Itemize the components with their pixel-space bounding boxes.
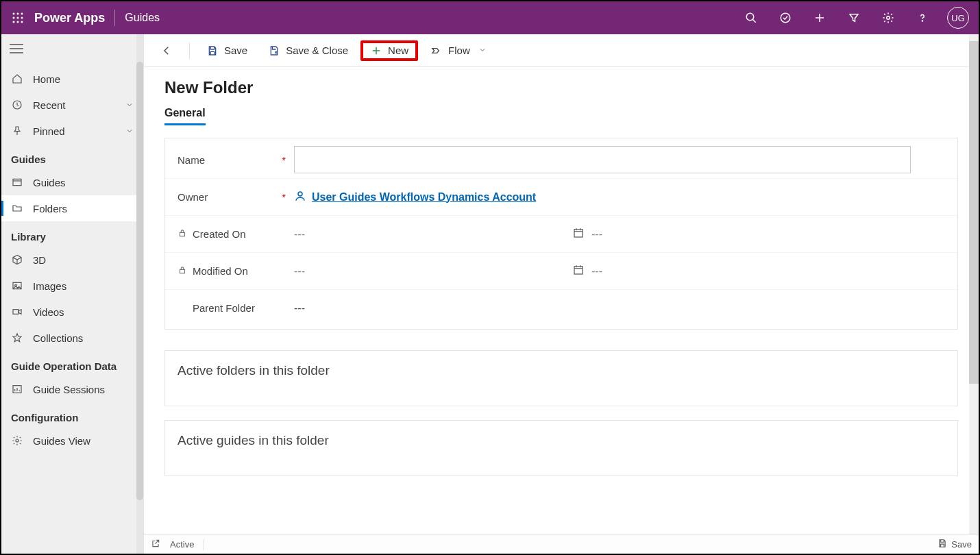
save-button[interactable]: Save (198, 40, 256, 61)
created-label: Created On (193, 228, 246, 240)
lock-icon (177, 265, 187, 277)
brand-label: Power Apps (34, 11, 105, 25)
new-button[interactable]: New (360, 40, 418, 61)
sidebar-item-images[interactable]: Images (1, 273, 143, 299)
search-icon[interactable] (742, 8, 761, 27)
waffle-icon[interactable] (8, 8, 27, 27)
statusbar-divider (204, 539, 204, 550)
svg-point-3 (13, 17, 15, 19)
task-check-icon[interactable] (776, 8, 795, 27)
sidebar-item-label: Guide Sessions (33, 384, 105, 395)
page-title: New Folder (164, 78, 958, 97)
owner-link[interactable]: User Guides Workflows Dynamics Account (294, 190, 536, 205)
new-label: New (388, 45, 408, 56)
parent-value: --- (294, 302, 305, 314)
save-icon (206, 45, 219, 57)
required-star: * (282, 154, 286, 166)
sidebar-item-label: 3D (33, 254, 46, 266)
svg-point-15 (922, 21, 922, 21)
svg-point-26 (16, 439, 19, 442)
flow-label: Flow (448, 45, 470, 56)
cube-icon (11, 254, 23, 266)
subgrid-active-guides: Active guides in this folder (164, 420, 958, 476)
svg-point-1 (17, 13, 19, 15)
content-scrollbar-thumb[interactable] (969, 41, 979, 384)
save-close-button[interactable]: Save & Close (260, 40, 356, 61)
modified-date-value: --- (294, 265, 305, 278)
save-close-icon (268, 45, 280, 57)
save-close-label: Save & Close (286, 45, 348, 56)
home-icon (11, 73, 23, 85)
general-section: Name * Owner * User Guide (164, 138, 958, 330)
svg-rect-31 (574, 229, 583, 236)
lock-icon (177, 228, 187, 240)
svg-point-2 (21, 13, 23, 15)
filter-icon[interactable] (844, 8, 863, 27)
svg-point-11 (781, 13, 790, 23)
sidebar-section-gop: Guide Operation Data (1, 351, 143, 376)
gear-icon (11, 434, 23, 447)
svg-point-14 (887, 16, 890, 20)
sidebar-toggle[interactable] (1, 34, 143, 66)
sidebar-item-recent[interactable]: Recent (1, 92, 143, 118)
sidebar-item-folders[interactable]: Folders (1, 195, 143, 221)
sidebar-item-label: Pinned (33, 125, 65, 137)
chevron-down-icon (125, 99, 134, 111)
add-icon[interactable] (810, 8, 829, 27)
svg-point-9 (746, 13, 754, 21)
window-icon (11, 176, 23, 188)
header-divider (114, 10, 115, 26)
help-icon[interactable] (913, 8, 932, 27)
form-body: New Folder General Name * Owner (144, 67, 979, 534)
sidebar-item-label: Folders (33, 203, 67, 214)
svg-rect-35 (180, 269, 185, 273)
svg-point-7 (17, 21, 19, 23)
svg-point-5 (21, 17, 23, 19)
sidebar-item-collections[interactable]: Collections (1, 325, 143, 351)
status-bar: Active Save (144, 534, 979, 554)
sidebar-item-label: Guides View (33, 435, 90, 447)
sidebar-scrollbar-thumb[interactable] (136, 62, 143, 500)
owner-label: Owner (177, 191, 208, 203)
folder-icon (11, 202, 23, 214)
modified-time-value: --- (591, 265, 602, 278)
sidebar-item-guides[interactable]: Guides (1, 169, 143, 195)
clock-icon (11, 99, 23, 111)
field-row-name: Name * (165, 141, 957, 178)
gear-icon[interactable] (879, 8, 898, 27)
statusbar-save-button[interactable]: Save (938, 539, 972, 550)
owner-value: User Guides Workflows Dynamics Account (312, 191, 536, 204)
created-date-value: --- (294, 228, 305, 241)
cmdbar-divider (189, 42, 190, 59)
tab-general[interactable]: General (164, 107, 206, 125)
sidebar-item-guide-sessions[interactable]: Guide Sessions (1, 376, 143, 402)
subgrid-title: Active guides in this folder (177, 433, 945, 448)
chart-icon (11, 383, 23, 395)
svg-point-6 (13, 21, 15, 23)
sidebar-item-label: Collections (33, 332, 83, 344)
avatar[interactable]: UG (947, 7, 969, 29)
name-input[interactable] (294, 146, 911, 173)
sidebar-item-guides-view[interactable]: Guides View (1, 428, 143, 454)
back-button[interactable] (152, 40, 181, 61)
sidebar-item-videos[interactable]: Videos (1, 299, 143, 325)
status-text: Active (170, 539, 194, 550)
star-icon (11, 332, 23, 344)
popout-icon[interactable] (151, 539, 160, 550)
sidebar-item-label: Guides (33, 177, 66, 188)
flow-icon (430, 45, 443, 57)
svg-point-4 (17, 17, 19, 19)
svg-point-29 (298, 192, 302, 196)
modified-label: Modified On (193, 265, 248, 277)
calendar-icon (572, 264, 585, 279)
statusbar-save-label: Save (951, 539, 972, 550)
sidebar: Home Recent Pinned Guides Guides Folders… (1, 34, 144, 554)
app-header: Power Apps Guides UG (1, 1, 979, 34)
sidebar-item-label: Home (33, 73, 60, 85)
sidebar-item-home[interactable]: Home (1, 66, 143, 92)
flow-button[interactable]: Flow (422, 40, 495, 61)
sidebar-item-pinned[interactable]: Pinned (1, 118, 143, 144)
tab-bar: General (164, 107, 958, 125)
sidebar-item-3d[interactable]: 3D (1, 247, 143, 273)
sidebar-item-label: Images (33, 280, 66, 292)
